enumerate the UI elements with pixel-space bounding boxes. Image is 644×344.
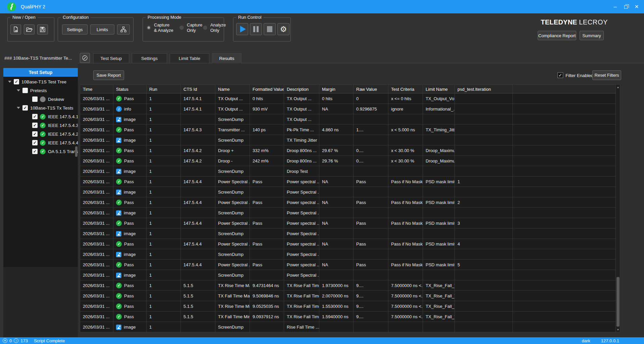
table-row[interactable]: 2026/03/31 ...image1ScreenDumpPower Spec… xyxy=(80,249,615,260)
pass-status-icon: ✓ xyxy=(116,283,122,288)
table-row[interactable]: 2026/03/31 ...image1ScreenDumpDroop Test xyxy=(80,166,615,177)
table-row[interactable]: 2026/03/31 ...image1ScreenDumpPower Spec… xyxy=(80,208,615,218)
radio-capture-only[interactable]: CaptureOnly xyxy=(179,22,202,33)
table-row[interactable]: 2026/03/31 ...image1ScreenDumpTX Timing … xyxy=(80,135,615,145)
column-header-status[interactable]: Status xyxy=(113,85,147,93)
tab-results[interactable]: Results xyxy=(212,53,241,63)
sidebar-scrollbar-thumb[interactable] xyxy=(75,146,77,157)
new-config-button[interactable] xyxy=(10,24,21,35)
run-play-button[interactable] xyxy=(236,23,248,35)
save-config-button[interactable] xyxy=(37,24,48,35)
close-icon[interactable]: ✕ xyxy=(632,2,641,11)
column-header-time[interactable]: Time xyxy=(80,85,113,93)
column-header-margin[interactable]: Margin xyxy=(319,85,354,93)
tree-checkbox[interactable]: ✓ xyxy=(14,79,19,84)
reset-filters-button[interactable]: Reset Filters xyxy=(592,70,621,80)
radio-analyze-only[interactable]: AnalyzeOnly xyxy=(203,22,226,33)
limits-button[interactable]: Limits xyxy=(90,24,114,35)
cell-cts xyxy=(181,208,215,218)
compliance-report-button[interactable]: Compliance Report xyxy=(538,31,576,40)
scroll-up-icon[interactable]: ▲ xyxy=(616,85,620,89)
run-stop-button[interactable] xyxy=(264,23,276,35)
filter-enabled-checkbox[interactable]: ✓ xyxy=(557,72,563,78)
results-vertical-scrollbar[interactable]: ▲ ▼ xyxy=(615,85,620,332)
table-row[interactable]: 2026/03/31 ...✓Pass15.1.5TX Rise Time Ma… xyxy=(80,280,615,291)
table-row[interactable]: 2026/03/31 ...✓Pass1147.5.4.2Droop +332 … xyxy=(80,145,615,156)
column-header-iter[interactable]: psd_test.Iteration xyxy=(455,85,513,93)
settings-button[interactable]: Settings xyxy=(62,24,88,35)
tree-checkbox[interactable]: ✓ xyxy=(32,140,38,145)
tree-checkbox[interactable]: ✓ xyxy=(22,105,28,111)
pass-status-icon: ✓ xyxy=(116,262,122,268)
restore-icon[interactable] xyxy=(621,2,631,11)
cell-iter xyxy=(455,135,513,145)
tree-item-oa-5-1-5-transmi[interactable]: ✓✓OA 5.1.5 Transmi... xyxy=(3,147,78,156)
cell-desc: Power spectral ... xyxy=(284,218,319,228)
column-header-raw[interactable]: Raw Value xyxy=(354,85,388,93)
table-row[interactable]: 2026/03/31 ...image1ScreenDumpRise Fall … xyxy=(80,322,615,332)
cell-filler xyxy=(513,260,615,270)
cell-iter xyxy=(455,312,513,322)
table-row[interactable]: 2026/03/31 ...✓Pass1147.5.4.4Power Spect… xyxy=(80,197,615,208)
column-header-cts[interactable]: CTS Id xyxy=(181,85,215,93)
table-row[interactable]: 2026/03/31 ...image1ScreenDumpPower Spec… xyxy=(80,270,615,280)
table-row[interactable]: 2026/03/31 ...✓Pass15.1.5TX Fall Time Ma… xyxy=(80,291,615,301)
cell-filler xyxy=(513,322,615,332)
radio-capture-analyze[interactable]: Capture& Analyze xyxy=(146,22,173,33)
table-row[interactable]: 2026/03/31 ...iinfo1147.5.4.1TX Output .… xyxy=(80,104,615,114)
table-row[interactable]: 2026/03/31 ...✓Pass1147.5.4.2Droop -242 … xyxy=(80,156,615,166)
open-config-button[interactable] xyxy=(24,24,35,35)
tree-item-pretests[interactable]: Pretests xyxy=(3,86,78,95)
column-header-run[interactable]: Run xyxy=(147,85,181,93)
scroll-down-icon[interactable]: ▼ xyxy=(616,327,620,332)
tree-item-10base-t1s-test-tree[interactable]: ✓10Base-T1S Test Tree xyxy=(3,77,78,86)
test-setup-header[interactable]: Test Setup xyxy=(3,68,78,77)
scrollbar-thumb[interactable] xyxy=(616,277,620,327)
table-row[interactable]: 2026/03/31 ...✓Pass15.1.5TX Fall Time Mi… xyxy=(80,312,615,322)
tree-item-ieee-147-5-4-1-t[interactable]: ✓✓IEEE 147.5.4.1 T xyxy=(3,112,78,121)
connection-setup-button[interactable] xyxy=(117,24,130,35)
tree-checkbox[interactable] xyxy=(32,96,38,102)
tree-item-ieee-147-5-4-2-m[interactable]: ✓✓IEEE 147.5.4.2 M... xyxy=(3,130,78,138)
tree-item-deskew[interactable]: Deskew xyxy=(3,95,78,104)
tree-item-10base-t1s-tx-tests[interactable]: ✓10Base-T1S Tx Tests xyxy=(3,104,78,112)
title-bar: QualiPHY 2 ─ ✕ xyxy=(0,0,644,13)
edit-document-button[interactable] xyxy=(80,53,90,63)
expander-arrow-icon[interactable] xyxy=(17,107,20,109)
cell-run: 1 xyxy=(147,187,181,197)
column-header-limit[interactable]: Limit Name xyxy=(423,85,455,93)
tree-checkbox[interactable]: ✓ xyxy=(32,114,38,119)
expander-arrow-icon[interactable] xyxy=(17,89,20,91)
run-pause-button[interactable] xyxy=(250,23,262,35)
column-header-value[interactable]: Formatted Value xyxy=(250,85,284,93)
minimize-icon[interactable]: ─ xyxy=(610,2,620,11)
table-row[interactable]: 2026/03/31 ...✓Pass15.1.5TX Rise Time Mi… xyxy=(80,301,615,312)
table-row[interactable]: 2026/03/31 ...✓Pass1147.5.4.4Power Spect… xyxy=(80,177,615,187)
expander-arrow-icon[interactable] xyxy=(8,81,11,83)
cell-margin xyxy=(319,187,354,197)
column-header-criteria[interactable]: Test Criteria xyxy=(388,85,423,93)
table-row[interactable]: 2026/03/31 ...✓Pass1147.5.4.4Power Spect… xyxy=(80,239,615,249)
cell-cts: 147.5.4.4 xyxy=(181,239,215,249)
table-row[interactable]: 2026/03/31 ...✓Pass1147.5.4.4Power Spect… xyxy=(80,260,615,270)
table-row[interactable]: 2026/03/31 ...✓Pass1147.5.4.3Transmitter… xyxy=(80,125,615,135)
column-header-desc[interactable]: Description xyxy=(284,85,319,93)
table-row[interactable]: 2026/03/31 ...✓Pass1147.5.4.1TX Output .… xyxy=(80,93,615,104)
tree-item-ieee-147-5-4-3-tr[interactable]: ✓✓IEEE 147.5.4.3 Tr... xyxy=(3,121,78,130)
column-header-name[interactable]: Name xyxy=(215,85,250,93)
tree-checkbox[interactable]: ✓ xyxy=(32,149,38,154)
table-row[interactable]: 2026/03/31 ...image1ScreenDumpPower Spec… xyxy=(80,187,615,197)
tree-checkbox[interactable] xyxy=(22,88,28,93)
tab-test-setup[interactable]: Test Setup xyxy=(93,53,129,63)
tab-settings[interactable]: Settings xyxy=(132,53,167,63)
tree-checkbox[interactable]: ✓ xyxy=(32,123,38,128)
tree-checkbox[interactable]: ✓ xyxy=(32,131,38,137)
tab-limit-table[interactable]: Limit Table xyxy=(170,53,209,63)
tree-item-ieee-147-5-4-4-tr[interactable]: ✓✓IEEE 147.5.4.4 Tr... xyxy=(3,138,78,147)
summary-button[interactable]: Summary xyxy=(580,31,604,40)
run-settings-button[interactable]: ⚙ xyxy=(277,23,289,35)
table-row[interactable]: 2026/03/31 ...image1ScreenDumpPower Spec… xyxy=(80,228,615,239)
save-report-button[interactable]: Save Report xyxy=(93,70,124,80)
table-row[interactable]: 2026/03/31 ...✓Pass1147.5.4.4Power Spect… xyxy=(80,218,615,228)
table-row[interactable]: 2026/03/31 ...image1ScreenDumpTX Output … xyxy=(80,114,615,125)
